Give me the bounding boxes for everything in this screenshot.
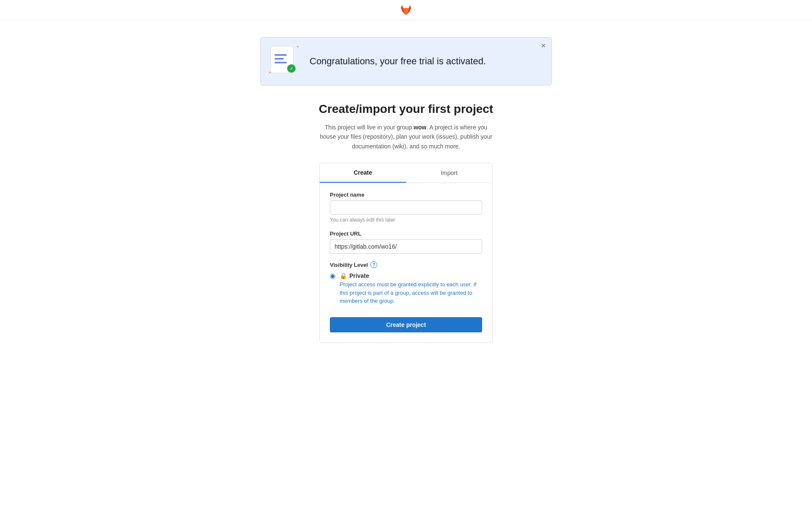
visibility-help-icon[interactable]: ? — [370, 261, 377, 268]
visibility-private-content: 🔒 Private Project access must be granted… — [340, 272, 482, 305]
checkmark-icon: ✓ — [287, 64, 296, 73]
sparkle-icon-tr: ✦ — [296, 44, 299, 49]
project-url-label: Project URL — [330, 230, 482, 237]
visibility-label-text: Visibility Level — [330, 262, 368, 268]
top-navigation — [0, 0, 812, 20]
lock-icon: 🔒 — [340, 272, 347, 279]
doc-line-2 — [274, 58, 284, 60]
project-url-group: Project URL — [330, 230, 482, 254]
visibility-level-group: Visibility Level ? 🔒 Private Project acc… — [330, 261, 482, 305]
visibility-private-name: Private — [349, 272, 369, 279]
tab-import[interactable]: Import — [406, 163, 492, 183]
project-url-input[interactable] — [330, 239, 482, 254]
doc-line-3 — [274, 62, 287, 63]
form-tabs: Create Import — [320, 163, 492, 183]
tab-create[interactable]: Create — [320, 163, 406, 183]
page-title: Create/import your first project — [319, 102, 493, 116]
project-name-input[interactable] — [330, 200, 482, 215]
main-content: ✦ ✦ ✦ ✓ Congratulations, your free trial… — [0, 20, 812, 360]
project-name-group: Project name You can always edit this la… — [330, 192, 482, 223]
visibility-private-description: Project access must be granted explicitl… — [340, 280, 482, 305]
trial-banner: ✦ ✦ ✦ ✓ Congratulations, your free trial… — [260, 37, 552, 85]
project-name-hint: You can always edit this later — [330, 217, 482, 223]
description-before: This project will live in your group — [325, 124, 414, 131]
gitlab-logo-icon — [400, 4, 412, 16]
document-icon: ✓ — [271, 46, 294, 73]
create-project-form-card: Create Import Project name You can alway… — [319, 163, 493, 343]
visibility-private-option: 🔒 Private Project access must be granted… — [330, 272, 482, 305]
create-project-button[interactable]: Create project — [330, 317, 482, 332]
visibility-private-radio[interactable] — [330, 274, 335, 279]
group-name: wow — [414, 124, 426, 131]
banner-message: Congratulations, your free trial is acti… — [310, 56, 486, 67]
banner-illustration: ✦ ✦ ✦ ✓ — [271, 46, 301, 77]
banner-close-button[interactable]: × — [541, 42, 546, 49]
doc-line-1 — [274, 54, 287, 56]
project-name-label: Project name — [330, 192, 482, 198]
form-body: Project name You can always edit this la… — [320, 183, 492, 343]
page-description: This project will live in your group wow… — [317, 123, 495, 151]
visibility-level-label: Visibility Level ? — [330, 261, 482, 268]
visibility-private-label[interactable]: 🔒 Private — [340, 272, 482, 279]
